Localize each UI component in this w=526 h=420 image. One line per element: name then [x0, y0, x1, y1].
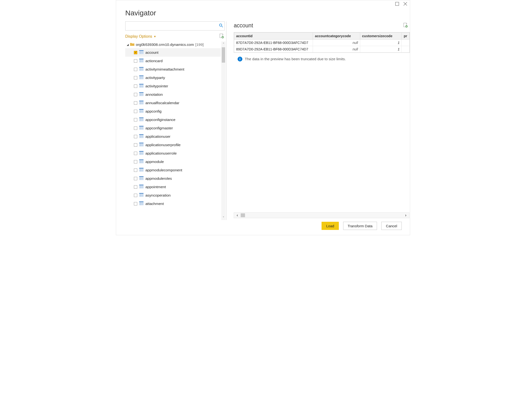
checkbox[interactable]	[134, 168, 137, 172]
table-icon	[139, 151, 143, 156]
tree-item-appmoduleroles[interactable]: appmoduleroles	[125, 174, 221, 183]
checkbox[interactable]	[134, 126, 137, 130]
scroll-up-icon[interactable]: ˄	[221, 41, 226, 46]
tree-item-annualfiscalcalendar[interactable]: annualfiscalcalendar	[125, 99, 221, 107]
checkbox[interactable]	[134, 101, 137, 105]
display-options-dropdown[interactable]: Display Options ▼	[125, 34, 156, 39]
tree-item-applicationuserrole[interactable]: applicationuserrole	[125, 149, 221, 157]
svg-rect-80	[139, 151, 143, 152]
cell	[402, 46, 410, 52]
search-box[interactable]	[125, 21, 225, 31]
scroll-down-icon[interactable]: ˅	[221, 215, 226, 220]
checkbox[interactable]	[134, 110, 137, 113]
table-icon	[139, 92, 143, 97]
tree-item-appconfigmaster[interactable]: appconfigmaster	[125, 124, 221, 132]
tree-root-count: [199]	[195, 42, 203, 47]
search-icon[interactable]	[219, 23, 223, 29]
tree-item-label: account	[145, 51, 158, 55]
column-header[interactable]: pr	[402, 33, 410, 40]
entity-tree: ◢ org0b539308.crm10.dynamics.com [199] a…	[125, 41, 226, 220]
checkbox[interactable]	[134, 51, 137, 54]
preview-horizontal-scrollbar[interactable]: ‹ ›	[234, 212, 409, 218]
tree-item-activitymimeattachment[interactable]: activitymimeattachment	[125, 65, 221, 73]
transform-data-button[interactable]: Transform Data	[343, 222, 377, 230]
tree-item-attachment[interactable]: attachment	[125, 199, 221, 208]
table-icon	[139, 159, 143, 164]
checkbox[interactable]	[134, 76, 137, 80]
info-icon: i	[238, 57, 242, 61]
tree-item-account[interactable]: account	[125, 48, 221, 57]
new-query-icon[interactable]	[219, 33, 224, 40]
svg-line-4	[222, 26, 223, 27]
scroll-thumb[interactable]	[222, 47, 225, 63]
cancel-button[interactable]: Cancel	[381, 222, 402, 230]
checkbox[interactable]	[134, 118, 137, 122]
svg-rect-98	[139, 176, 143, 177]
tree-item-activityparty[interactable]: activityparty	[125, 73, 221, 82]
checkbox[interactable]	[134, 152, 137, 155]
table-row[interactable]: 89D7A7D0-292A-EB11-BF68-000D3AFC74D7null…	[234, 46, 410, 52]
checkbox[interactable]	[134, 93, 137, 96]
checkbox[interactable]	[134, 68, 137, 71]
tree-item-appconfiginstance[interactable]: appconfiginstance	[125, 115, 221, 124]
svg-rect-56	[139, 117, 143, 118]
checkbox[interactable]	[134, 185, 137, 189]
cell: null	[313, 40, 360, 46]
cell: null	[313, 46, 360, 52]
column-header[interactable]: accountcategorycode	[313, 33, 360, 40]
tree-item-label: applicationuserprofile	[145, 143, 181, 147]
navigator-dialog: Navigator Display Options ▼	[116, 0, 410, 235]
maximize-icon[interactable]	[395, 2, 399, 7]
cell	[402, 40, 410, 46]
tree-root-label: org0b539308.crm10.dynamics.com	[136, 42, 194, 47]
tree-item-asyncoperation[interactable]: asyncoperation	[125, 191, 221, 199]
scroll-left-icon[interactable]: ‹	[234, 213, 241, 217]
tree-item-appconfig[interactable]: appconfig	[125, 107, 221, 115]
tree-item-annotation[interactable]: annotation	[125, 90, 221, 99]
tree-item-label: annotation	[145, 92, 163, 97]
tree-item-applicationuserprofile[interactable]: applicationuserprofile	[125, 141, 221, 149]
svg-rect-8	[139, 50, 143, 51]
tree-item-appmodule[interactable]: appmodule	[125, 157, 221, 166]
checkbox[interactable]	[134, 143, 137, 147]
checkbox[interactable]	[134, 194, 137, 197]
refresh-preview-icon[interactable]	[403, 22, 408, 29]
load-button[interactable]: Load	[322, 222, 339, 230]
display-options-label: Display Options	[125, 34, 152, 39]
tree-item-applicationuser[interactable]: applicationuser	[125, 132, 221, 141]
close-icon[interactable]	[403, 2, 407, 7]
table-icon	[139, 59, 143, 63]
svg-rect-50	[139, 109, 143, 110]
table-icon	[139, 126, 143, 131]
tree-item-label: appmodulecomponent	[145, 168, 182, 172]
search-input[interactable]	[127, 22, 219, 30]
checkbox[interactable]	[134, 135, 137, 138]
svg-rect-68	[139, 134, 143, 135]
cell: 89D7A7D0-292A-EB11-BF68-000D3AFC74D7	[234, 46, 313, 52]
checkbox[interactable]	[134, 84, 137, 88]
tree-item-label: appconfigmaster	[145, 126, 173, 130]
tree-root[interactable]: ◢ org0b539308.crm10.dynamics.com [199]	[125, 41, 221, 48]
checkbox[interactable]	[134, 59, 137, 63]
checkbox[interactable]	[134, 202, 137, 205]
column-header[interactable]: customersizecode	[360, 33, 402, 40]
tree-item-label: activitymimeattachment	[145, 67, 184, 72]
hscroll-thumb[interactable]	[241, 213, 245, 217]
column-header[interactable]: accountid	[234, 33, 313, 40]
tree-item-appointment[interactable]: appointment	[125, 183, 221, 191]
table-row[interactable]: 87D7A7D0-292A-EB11-BF68-000D3AFC74D7null…	[234, 40, 410, 46]
tree-vertical-scrollbar[interactable]: ˄ ˅	[221, 41, 226, 220]
scroll-right-icon[interactable]: ›	[402, 213, 409, 217]
tree-item-activitypointer[interactable]: activitypointer	[125, 82, 221, 90]
tree-item-label: appmoduleroles	[145, 176, 172, 181]
collapse-icon[interactable]: ◢	[127, 43, 129, 46]
tree-item-appmodulecomponent[interactable]: appmodulecomponent	[125, 166, 221, 174]
tree-item-actioncard[interactable]: actioncard	[125, 57, 221, 65]
svg-rect-5	[220, 34, 223, 38]
svg-rect-86	[139, 159, 143, 160]
tree-item-label: asyncoperation	[145, 193, 171, 197]
svg-rect-44	[139, 101, 143, 102]
checkbox[interactable]	[134, 177, 137, 180]
checkbox[interactable]	[134, 160, 137, 164]
table-icon	[139, 109, 143, 114]
